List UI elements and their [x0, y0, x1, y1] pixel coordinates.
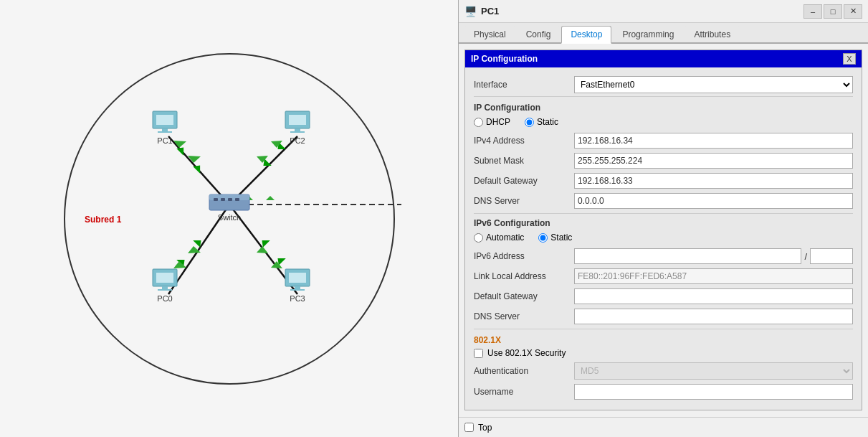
title-controls: – □ ✕	[803, 4, 862, 19]
gateway6-label: Default Gateway	[474, 291, 574, 301]
tabs-bar: Physical Config Desktop Programming Attr…	[459, 23, 868, 44]
auto-radio[interactable]	[474, 233, 483, 243]
svg-rect-31	[295, 128, 300, 131]
gateway6-field-wrapper[interactable]	[574, 288, 853, 304]
gateway-input[interactable]	[574, 173, 853, 189]
dns-label: DNS Server	[474, 196, 574, 206]
svg-rect-41	[295, 286, 300, 289]
ipv6-suffix-input[interactable]	[810, 248, 853, 264]
svg-rect-47	[221, 198, 225, 201]
auto-label: Automatic	[486, 232, 524, 243]
link-local-row: Link Local Address	[474, 268, 853, 284]
static6-option[interactable]: Static	[538, 232, 572, 243]
ipv4-input[interactable]	[574, 133, 853, 149]
svg-rect-36	[162, 286, 168, 289]
ip-config-section-header: IP Configuration	[474, 103, 853, 113]
top-label: Top	[478, 423, 492, 433]
svg-marker-23	[266, 196, 275, 200]
dns6-field-wrapper[interactable]	[574, 309, 853, 324]
gateway-field-wrapper[interactable]	[574, 173, 853, 189]
dhcp-radio[interactable]	[474, 118, 483, 127]
svg-rect-48	[228, 198, 232, 201]
dhcp-label: DHCP	[486, 117, 510, 127]
link-local-field-wrapper	[574, 268, 853, 284]
use-8021x-label: Use 802.1X Security	[487, 348, 566, 358]
content-area[interactable]: IP Configuration X Interface FastEtherne…	[459, 44, 868, 417]
bottom-bar: Top	[459, 417, 868, 437]
username-label: Username	[474, 387, 574, 397]
subnet-row: Subnet Mask	[474, 153, 853, 169]
ipv6-main-input[interactable]	[574, 248, 801, 264]
ipv4-field-wrapper[interactable]	[574, 133, 853, 149]
svg-text:PC2: PC2	[290, 136, 305, 145]
svg-marker-20	[257, 246, 268, 253]
maximize-button[interactable]: □	[824, 4, 842, 19]
minimize-button[interactable]: –	[803, 4, 822, 19]
tab-attributes[interactable]: Attributes	[685, 26, 740, 42]
username-row: Username	[474, 384, 853, 400]
ip-dialog-content: Interface FastEthernet0 IP Configuration…	[465, 67, 862, 410]
static-option[interactable]: Static	[525, 117, 558, 127]
svg-marker-19	[173, 261, 186, 268]
auth-select: MD5	[574, 362, 853, 380]
link-local-input	[574, 268, 853, 284]
interface-select[interactable]: FastEthernet0	[574, 76, 853, 93]
dns6-row: DNS Server	[474, 309, 853, 324]
svg-text:PC1: PC1	[157, 136, 172, 145]
username-field-wrapper[interactable]	[574, 384, 853, 400]
dns-field-wrapper[interactable]	[574, 193, 853, 209]
static-radio[interactable]	[525, 118, 534, 127]
close-button[interactable]: ✕	[844, 4, 862, 19]
svg-rect-26	[162, 128, 168, 131]
subnet-input[interactable]	[574, 153, 853, 169]
gateway6-input[interactable]	[574, 288, 853, 304]
static6-radio[interactable]	[538, 233, 548, 243]
tab-config[interactable]: Config	[517, 26, 561, 42]
svg-rect-27	[158, 131, 172, 133]
divider1	[474, 213, 853, 214]
title-bar: 🖥️ PC1 – □ ✕	[459, 0, 868, 23]
auth-row: Authentication MD5	[474, 362, 853, 380]
ipv4-label: IPv4 Address	[474, 136, 574, 146]
window-icon: 🖥️	[464, 6, 477, 17]
tab-programming[interactable]: Programming	[613, 26, 683, 42]
network-panel: PC1 PC2 PC0 PC3	[0, 0, 459, 437]
svg-rect-46	[214, 198, 218, 201]
ip-dialog-title-bar: IP Configuration X	[465, 50, 862, 67]
title-bar-left: 🖥️ PC1	[464, 6, 499, 17]
interface-row: Interface FastEthernet0	[474, 73, 853, 97]
tab-desktop[interactable]: Desktop	[561, 26, 611, 44]
dns6-input[interactable]	[574, 309, 853, 324]
use-8021x-row: Use 802.1X Security	[474, 348, 853, 358]
svg-text:Subred 1: Subred 1	[85, 215, 122, 225]
svg-rect-42	[290, 289, 305, 291]
svg-text:Switch: Switch	[218, 213, 241, 222]
top-checkbox[interactable]	[464, 423, 474, 432]
auth-field-wrapper[interactable]: MD5	[574, 362, 853, 380]
ip-dialog-close-button[interactable]: X	[843, 53, 856, 65]
auth-label: Authentication	[474, 366, 574, 376]
gateway-row: Default Gateway	[474, 173, 853, 189]
network-diagram-svg: PC1 PC2 PC0 PC3	[50, 39, 409, 398]
ip-configuration-dialog: IP Configuration X Interface FastEtherne…	[464, 50, 862, 410]
dhcp-option[interactable]: DHCP	[474, 117, 510, 127]
ipv6-input-group: /	[574, 248, 853, 264]
tab-physical[interactable]: Physical	[464, 26, 515, 42]
auto-option[interactable]: Automatic	[474, 232, 524, 243]
username-input[interactable]	[574, 384, 853, 400]
svg-marker-6	[193, 162, 204, 174]
ipv6-mode-radio-row: Automatic Static	[474, 232, 853, 243]
use-8021x-checkbox[interactable]	[474, 349, 483, 358]
svg-rect-37	[158, 289, 172, 291]
subnet-field-wrapper[interactable]	[574, 153, 853, 169]
svg-text:PC3: PC3	[290, 294, 305, 303]
pc1-dialog: 🖥️ PC1 – □ ✕ Physical Config Desktop Pro…	[458, 0, 868, 437]
svg-rect-49	[235, 198, 239, 201]
interface-select-wrapper[interactable]: FastEthernet0	[574, 76, 853, 93]
static-label: Static	[537, 117, 558, 127]
dns-input[interactable]	[574, 193, 853, 209]
static6-label: Static	[550, 232, 572, 243]
svg-rect-25	[156, 115, 173, 125]
ipv6-label: IPv6 Address	[474, 251, 574, 261]
ip-mode-radio-row: DHCP Static	[474, 117, 853, 127]
